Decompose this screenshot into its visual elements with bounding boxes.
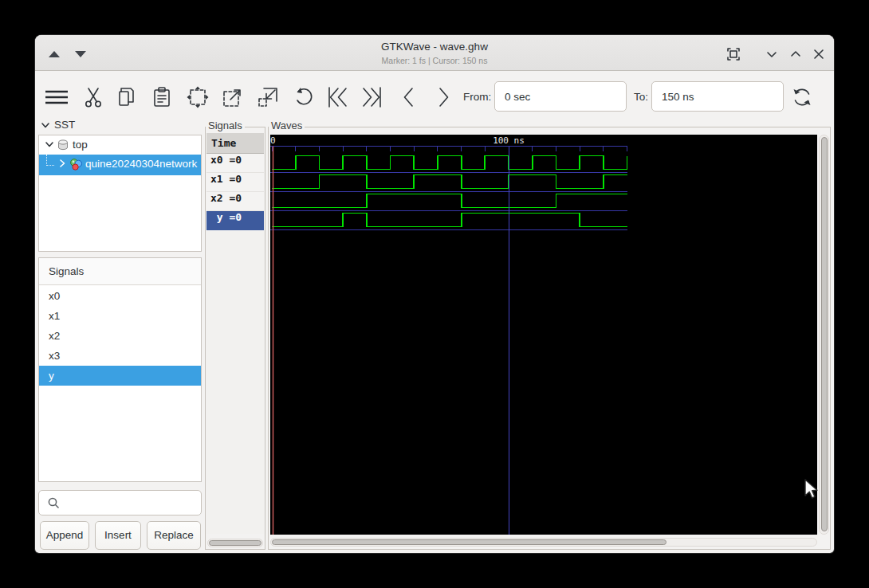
facility-item-x0[interactable]: x0	[39, 286, 201, 306]
to-input[interactable]	[651, 81, 784, 112]
signals-hscrollbar-thumb[interactable]	[209, 540, 261, 546]
signal-row-y[interactable]: y =0	[206, 211, 264, 230]
expander-chevron-icon[interactable]	[44, 139, 55, 150]
waves-hscrollbar-thumb[interactable]	[272, 539, 666, 545]
waves-frame-label: Waves	[269, 120, 305, 131]
scope-icon	[57, 139, 69, 154]
signals-panel: Time x0 =0x1 =0x2 =0 y =0	[205, 127, 265, 550]
menu-icon[interactable]	[45, 85, 69, 109]
zoom-out-icon[interactable]	[256, 85, 280, 109]
svg-text:0: 0	[270, 135, 276, 146]
next-edge-icon[interactable]	[431, 85, 455, 109]
waves-vscrollbar[interactable]	[819, 135, 829, 535]
signal-row-x0[interactable]: x0 =0	[206, 154, 264, 173]
facility-list-header: Signals	[39, 258, 201, 285]
facility-list[interactable]: Signals x0x1x2x3y	[38, 257, 202, 482]
wave-trace-x1	[272, 175, 627, 189]
expander-chevron-icon[interactable]	[57, 158, 68, 169]
fullscreen-icon[interactable]	[725, 46, 741, 62]
tree-item-top[interactable]: top	[39, 135, 201, 155]
signals-hscrollbar[interactable]	[207, 539, 263, 547]
tree-item-quine20240304network[interactable]: quine20240304network	[39, 155, 201, 175]
skip-to-end-icon[interactable]	[360, 85, 384, 109]
facility-list-rows: x0x1x2x3y	[39, 286, 201, 386]
facility-item-x2[interactable]: x2	[39, 326, 201, 346]
signal-row-x2[interactable]: x2 =0	[206, 192, 264, 211]
search-icon	[47, 496, 61, 510]
svg-text:100 ns: 100 ns	[493, 135, 525, 146]
window-title: GTKWave - wave.ghw	[35, 41, 834, 53]
sst-label: SST	[54, 119, 75, 131]
facility-item-x1[interactable]: x1	[39, 306, 201, 326]
signals-frame-label: Signals	[206, 120, 245, 131]
waves-panel: 0100 ns	[268, 127, 831, 550]
close-icon[interactable]	[811, 46, 827, 62]
gtkwave-window: GTKWave - wave.ghw Marker: 1 fs | Cursor…	[35, 35, 834, 553]
signal-row-x1[interactable]: x1 =0	[206, 173, 264, 192]
waves-hscrollbar[interactable]	[270, 538, 817, 547]
maximize-icon[interactable]	[788, 46, 804, 62]
skip-to-start-icon[interactable]	[325, 85, 349, 109]
paste-icon[interactable]	[150, 85, 174, 109]
facility-item-x3[interactable]: x3	[39, 346, 201, 366]
marker-cursor-status: Marker: 1 fs | Cursor: 150 ns	[35, 56, 834, 65]
titlebar[interactable]: GTKWave - wave.ghw Marker: 1 fs | Cursor…	[35, 35, 834, 71]
signal-name-rows: x0 =0x1 =0x2 =0 y =0	[206, 154, 264, 230]
replace-button[interactable]: Replace	[147, 521, 201, 550]
tree-guide-line	[46, 155, 54, 166]
wave-trace-x0	[272, 156, 627, 170]
minimize-icon[interactable]	[764, 46, 780, 62]
zoom-fit-icon[interactable]	[186, 85, 210, 109]
search-box[interactable]	[38, 490, 202, 515]
insert-button[interactable]: Insert	[95, 521, 141, 550]
append-button[interactable]: Append	[40, 521, 89, 550]
undo-icon[interactable]	[291, 85, 315, 109]
waves-vscrollbar-thumb[interactable]	[821, 137, 828, 531]
time-header[interactable]: Time	[206, 133, 264, 154]
copy-icon[interactable]	[115, 85, 139, 109]
sst-tree[interactable]: topquine20240304network	[38, 135, 202, 252]
reload-icon[interactable]	[790, 85, 814, 109]
mouse-cursor	[802, 478, 820, 500]
zoom-in-icon[interactable]	[221, 85, 245, 109]
previous-edge-icon[interactable]	[397, 85, 421, 109]
signals-panel-content[interactable]: Time x0 =0x1 =0x2 =0 y =0	[206, 133, 264, 534]
from-input[interactable]	[494, 81, 627, 112]
search-input[interactable]	[63, 493, 197, 512]
from-label: From:	[463, 91, 491, 103]
facility-item-y[interactable]: y	[39, 366, 201, 386]
tree-item-label: quine20240304network	[85, 158, 197, 170]
module-icon	[69, 158, 83, 174]
cut-icon[interactable]	[81, 85, 105, 109]
wave-canvas[interactable]: 0100 ns	[270, 135, 817, 535]
tree-item-label: top	[73, 139, 88, 151]
wave-trace-y	[272, 214, 627, 227]
wave-trace-x2	[272, 194, 627, 208]
to-label: To:	[634, 91, 648, 103]
